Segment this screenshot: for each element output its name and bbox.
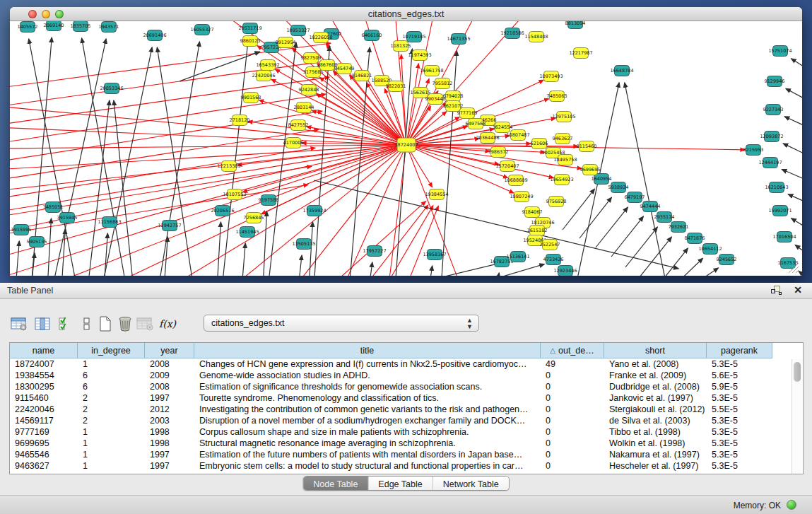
table-cell[interactable]: 1998 [145, 438, 194, 449]
table-row[interactable]: 946362711997Embryonic stem cells: a mode… [10, 460, 792, 472]
table-cell[interactable]: Hescheler et al. (1997) [604, 460, 707, 472]
network-canvas[interactable]: 1405572206914018357051943571206914061605… [10, 21, 802, 276]
table-cell[interactable]: 5.9E-5 [707, 381, 772, 392]
table-cell[interactable]: 5.3E-5 [707, 449, 772, 460]
table-cell[interactable]: Estimation of significance thresholds fo… [194, 381, 541, 392]
table-cell[interactable]: Changes of HCN gene expression and I(f) … [194, 358, 541, 370]
table-row[interactable]: 946554611997Estimation of the future num… [10, 449, 792, 460]
table-cell[interactable]: Corpus callosum shape and size in male p… [194, 426, 541, 438]
table-cell[interactable]: 6 [78, 370, 145, 381]
table-cell[interactable]: 2012 [145, 404, 194, 415]
column-header-out_de[interactable]: △out_de… [541, 343, 604, 358]
column-header-short[interactable]: short [604, 343, 707, 358]
column-header-pagerank[interactable]: pagerank [707, 343, 772, 358]
graph-edge[interactable] [579, 197, 611, 238]
scrollbar-thumb[interactable] [794, 362, 801, 382]
table-row[interactable]: 1938455462009Genome-wide association stu… [10, 370, 792, 381]
table-cell[interactable]: 2008 [145, 381, 194, 392]
graph-edge[interactable] [298, 255, 302, 276]
graph-edge[interactable] [788, 194, 802, 206]
table-cell[interactable]: 1997 [145, 449, 194, 460]
table-cell[interactable]: Tibbo et al. (1998) [604, 426, 707, 438]
float-panel-icon[interactable] [771, 286, 782, 296]
graph-edge[interactable] [242, 243, 245, 276]
table-cell[interactable]: 9115460 [10, 392, 78, 404]
table-cell[interactable]: 1998 [145, 426, 194, 438]
graph-edge[interactable] [349, 47, 370, 276]
graph-edge[interactable] [429, 266, 433, 276]
table-cell[interactable]: 0 [541, 381, 604, 392]
table-cell[interactable]: 0 [541, 460, 604, 472]
table-cell[interactable]: 5.6E-5 [707, 370, 772, 381]
graph-edge[interactable] [16, 241, 19, 276]
network-view-window[interactable]: citations_edges.txt 14055722069140183570… [10, 7, 802, 276]
graph-edge[interactable] [795, 245, 802, 260]
table-cell[interactable]: 22420046 [10, 404, 78, 415]
graph-edge[interactable] [263, 211, 267, 276]
table-row[interactable]: 1830029562008Estimation of significance … [10, 381, 792, 392]
table-cell[interactable]: de Silva et al. (2003) [604, 415, 707, 426]
network-graph-svg[interactable]: 1405572206914018357051943571206914061605… [10, 21, 802, 276]
select-rows-icon[interactable] [57, 314, 75, 334]
table-cell[interactable]: 0 [541, 449, 604, 460]
table-cell[interactable]: Structural magnetic resonance image aver… [194, 438, 541, 449]
table-cell[interactable]: 19384554 [10, 370, 78, 381]
graph-edge[interactable] [222, 40, 248, 276]
table-selector-dropdown[interactable]: citations_edges.txt ▲▼ [204, 315, 479, 332]
table-cell[interactable]: 5.3E-5 [707, 438, 772, 449]
table-cell[interactable]: 1 [78, 426, 145, 438]
table-cell[interactable]: 1 [78, 438, 145, 449]
table-cell[interactable]: 1997 [145, 460, 194, 472]
table-row[interactable]: 977716911998Corpus callosum shape and si… [10, 426, 792, 438]
trash-icon[interactable] [116, 314, 134, 334]
table-cell[interactable]: Embryonic stem cells: a model to study s… [194, 460, 541, 472]
graph-edge[interactable] [10, 145, 406, 148]
table-cell[interactable]: 5.3E-5 [707, 460, 772, 472]
graph-edge[interactable] [786, 88, 802, 105]
graph-edge[interactable] [783, 144, 802, 159]
table-cell[interactable]: 0 [541, 392, 604, 404]
table-cell[interactable]: 5.3E-5 [707, 392, 772, 404]
table-cell[interactable]: 1997 [145, 392, 194, 404]
table-cell[interactable]: Genome-wide association studies in ADHD. [194, 370, 541, 381]
table-cell[interactable]: 5.5E-5 [707, 404, 772, 415]
table-cell[interactable]: 9699695 [10, 438, 78, 449]
table-cell[interactable]: Nakamura et al. (1997) [604, 449, 707, 460]
table-cell[interactable]: 0 [541, 404, 604, 415]
column-header-title[interactable]: title [194, 343, 541, 358]
table-cell[interactable]: Franke et al. (2009) [604, 370, 707, 381]
graph-edge[interactable] [784, 117, 802, 131]
graph-edge[interactable] [369, 262, 372, 276]
table-cell[interactable]: 18300295 [10, 381, 78, 392]
close-panel-icon[interactable]: ✕ [794, 284, 802, 296]
graph-edge[interactable] [180, 52, 260, 81]
table-cell[interactable]: 5.3E-5 [707, 358, 772, 370]
graph-edge[interactable] [656, 248, 688, 276]
tab-node-table[interactable]: Node Table [303, 477, 368, 491]
table-cell[interactable]: 1 [78, 358, 145, 370]
graph-edge[interactable] [640, 237, 671, 276]
graph-edge[interactable] [406, 145, 553, 177]
table-cell[interactable]: 2 [78, 404, 145, 415]
row-height-icon[interactable] [78, 314, 96, 334]
tab-edge-table[interactable]: Edge Table [368, 477, 433, 491]
new-document-icon[interactable] [96, 314, 114, 334]
graph-edge[interactable] [243, 145, 406, 192]
column-header-name[interactable]: name [10, 343, 78, 358]
table-cell[interactable]: 5.3E-5 [707, 415, 772, 426]
window-titlebar[interactable]: citations_edges.txt [10, 7, 802, 21]
graph-edge[interactable] [217, 222, 220, 276]
table-cell[interactable]: 2009 [145, 370, 194, 381]
table-cell[interactable]: 1 [78, 460, 145, 472]
table-cell[interactable]: Tourette syndrome. Phenomenology and cla… [194, 392, 541, 404]
table-cell[interactable]: Yano et al. (2008) [604, 358, 707, 370]
graph-edge[interactable] [10, 43, 331, 88]
table-row[interactable]: 2242004622012Investigating the contribut… [10, 404, 792, 415]
graph-edge[interactable] [496, 273, 499, 276]
table-row[interactable]: 911546021997Tourette syndrome. Phenomeno… [10, 392, 792, 404]
column-header-year[interactable]: year [145, 343, 194, 358]
table-cell[interactable]: Investigating the contribution of common… [194, 404, 541, 415]
table-scrollbar[interactable] [792, 359, 802, 474]
column-header-in_degree[interactable]: in_degree [78, 343, 145, 358]
graph-edge[interactable] [792, 59, 802, 74]
